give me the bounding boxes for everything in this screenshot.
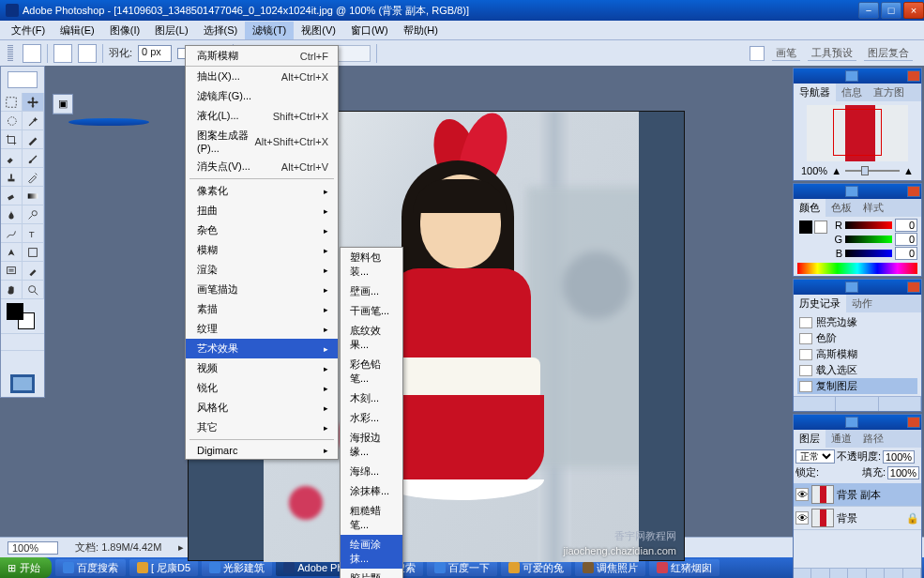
artistic-smudge-stick[interactable]: 涂抹棒... (341, 481, 402, 501)
status-menu-arrow-icon[interactable]: ▸ (178, 541, 184, 554)
filter-artistic[interactable]: 艺术效果 (186, 339, 338, 358)
navigator-zoom-slider[interactable] (845, 170, 900, 172)
brush-tool[interactable] (23, 149, 44, 168)
navigator-thumbnail[interactable] (807, 105, 908, 161)
layer-style-button[interactable] (811, 569, 829, 578)
minimize-button[interactable]: − (858, 2, 879, 19)
taskbar-item[interactable]: 红猪烟囱 (649, 559, 720, 576)
history-tab[interactable]: 历史记录 (794, 295, 846, 312)
color-bg-swatch[interactable] (814, 221, 827, 234)
edit-mode-quickmask[interactable] (23, 333, 44, 350)
filter-blur[interactable]: 模糊 (186, 240, 338, 260)
g-slider[interactable] (845, 236, 892, 243)
slice-tool[interactable] (23, 130, 44, 149)
filter-digimarc[interactable]: Digimarc (186, 442, 338, 459)
paths-tab[interactable]: 路径 (857, 430, 889, 448)
zoom-in-icon[interactable]: ▲ (903, 165, 914, 176)
color-tab[interactable]: 颜色 (794, 199, 826, 217)
filter-noise[interactable]: 杂色 (186, 221, 338, 240)
hand-tool[interactable] (1, 281, 23, 299)
crop-tool[interactable] (1, 130, 23, 149)
menu-select[interactable]: 选择(S) (196, 22, 246, 39)
styles-tab[interactable]: 样式 (857, 199, 889, 217)
panel-close-button[interactable] (907, 417, 920, 428)
filter-extract[interactable]: 抽出(X)...Alt+Ctrl+X (186, 67, 338, 86)
filter-pattern-maker[interactable]: 图案生成器(P)...Alt+Shift+Ctrl+X (186, 126, 338, 157)
well-brushes-tab[interactable]: 画笔 (772, 46, 800, 61)
layers-tab[interactable]: 图层 (794, 430, 826, 448)
history-brush-tool[interactable] (23, 168, 44, 187)
taskbar-item[interactable]: [ 尼康D5 (129, 559, 198, 576)
menu-filter[interactable]: 滤镜(T) (245, 22, 294, 39)
layer-adjustment-button[interactable] (848, 569, 866, 578)
b-slider[interactable] (845, 250, 892, 257)
g-value[interactable]: 0 (895, 233, 917, 246)
maximize-button[interactable]: □ (881, 2, 901, 19)
feather-input[interactable]: 0 px (138, 45, 172, 62)
path-tool[interactable] (1, 224, 23, 243)
well-tool-presets-tab[interactable]: 工具预设 (808, 46, 856, 61)
channels-tab[interactable]: 通道 (826, 430, 857, 448)
panel-minimize-button[interactable] (845, 417, 858, 428)
layer-thumbnail[interactable] (811, 509, 834, 527)
filter-liquify[interactable]: 液化(L)...Shift+Ctrl+X (186, 106, 338, 126)
layer-thumbnail[interactable] (811, 485, 834, 504)
pen-tool[interactable] (1, 243, 23, 262)
artistic-cutout[interactable]: 木刻... (341, 388, 402, 408)
foreground-swatch[interactable] (7, 303, 23, 320)
well-toggle-icon[interactable] (750, 46, 765, 61)
eyedropper-tool[interactable] (23, 262, 44, 281)
marquee-tool[interactable] (1, 93, 23, 112)
healing-tool[interactable] (1, 149, 23, 168)
filter-sharpen[interactable]: 锐化 (186, 378, 338, 398)
color-spectrum[interactable] (797, 263, 917, 274)
artistic-paint-daubs[interactable]: 绘画涂抹... (341, 535, 402, 569)
artistic-poster-edges[interactable]: 海报边缘... (341, 428, 402, 462)
notes-tool[interactable] (1, 262, 23, 281)
artistic-sponge[interactable]: 海绵... (341, 462, 402, 481)
menu-edit[interactable]: 编辑(E) (53, 22, 102, 39)
lasso-tool[interactable] (1, 112, 23, 130)
filter-pixelate[interactable]: 像素化 (186, 181, 338, 201)
fill-input[interactable]: 100% (887, 466, 919, 479)
history-item[interactable]: 高斯模糊 (797, 346, 917, 362)
blur-tool[interactable] (1, 205, 23, 224)
menu-help[interactable]: 帮助(H) (396, 22, 446, 39)
artistic-rough-pastels[interactable]: 粗糙蜡笔... (341, 501, 402, 535)
artistic-dry-brush[interactable]: 干画笔... (341, 301, 402, 321)
artistic-fresco[interactable]: 壁画... (341, 281, 402, 301)
artistic-film-grain[interactable]: 胶片颗粒... (341, 569, 402, 578)
history-item[interactable]: 复制图层 (797, 378, 917, 394)
filter-sketch[interactable]: 素描 (186, 299, 338, 319)
dodge-tool[interactable] (23, 205, 44, 224)
history-new-doc-button[interactable] (836, 397, 878, 411)
r-slider[interactable] (845, 221, 892, 229)
panel-minimize-button[interactable] (845, 70, 858, 82)
navigator-tab[interactable]: 导航器 (794, 84, 836, 101)
history-item[interactable]: 色阶 (797, 330, 917, 346)
jump-to-imageready-icon[interactable] (1, 371, 44, 397)
layer-new-button[interactable] (885, 569, 902, 578)
menu-layer[interactable]: 图层(L) (147, 22, 195, 39)
panel-close-button[interactable] (907, 281, 920, 293)
history-new-snapshot-button[interactable] (794, 397, 836, 411)
history-item[interactable]: 照亮边缘 (797, 314, 917, 330)
r-value[interactable]: 0 (895, 219, 917, 232)
layer-link-button[interactable] (794, 569, 811, 578)
wand-tool[interactable] (23, 112, 44, 130)
layer-name[interactable]: 背景 副本 (837, 488, 881, 502)
menu-view[interactable]: 视图(V) (294, 22, 343, 39)
menu-image[interactable]: 图像(I) (102, 22, 147, 39)
filter-stylize[interactable]: 风格化 (186, 398, 338, 418)
taskbar-item[interactable]: 百度搜索 (55, 559, 126, 576)
opacity-input[interactable]: 100% (883, 450, 915, 464)
layer-visibility-icon[interactable]: 👁 (795, 488, 809, 501)
menu-window[interactable]: 窗口(W) (343, 22, 396, 39)
layer-visibility-icon[interactable]: 👁 (795, 511, 809, 525)
filter-video[interactable]: 视频 (186, 358, 338, 378)
panel-minimize-button[interactable] (845, 186, 858, 197)
blend-mode-select[interactable]: 正常 (795, 449, 835, 464)
selection-new-icon[interactable] (53, 44, 72, 63)
zoom-out-icon[interactable]: ▲ (831, 165, 841, 176)
gradient-tool[interactable] (23, 187, 44, 205)
